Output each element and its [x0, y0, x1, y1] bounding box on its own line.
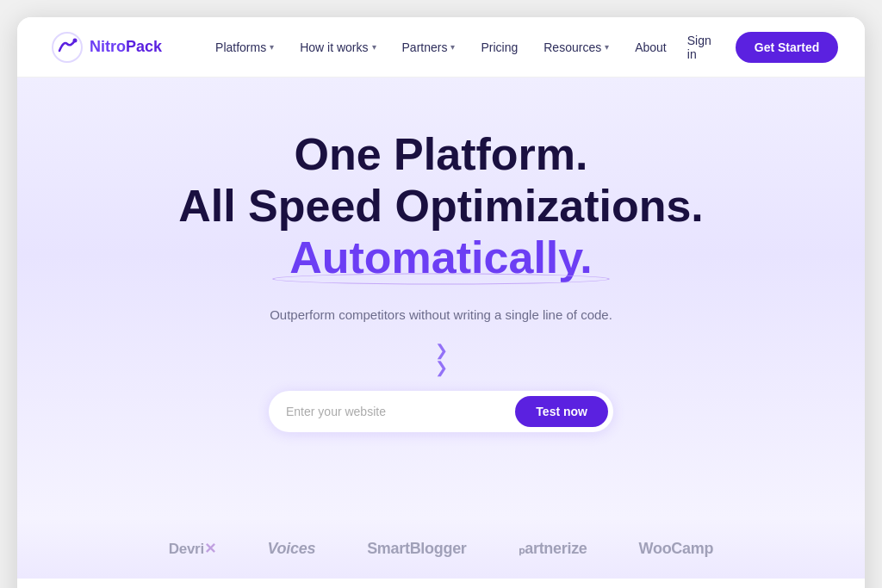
nav-item-platforms[interactable]: Platforms ▾	[205, 34, 284, 61]
sign-in-button[interactable]: Sign in	[677, 27, 722, 68]
nav-item-about[interactable]: About	[624, 34, 677, 61]
test-now-button[interactable]: Test now	[515, 396, 608, 427]
logo-icon	[52, 32, 83, 63]
logos-bar: Devri✕ Voices SmartBlogger ₚartnerize Wo…	[17, 518, 865, 579]
nav-item-how-it-works[interactable]: How it works ▾	[289, 34, 386, 61]
hero-section: One Platform. All Speed Optimizations. A…	[17, 77, 865, 518]
logo-devrix: Devri✕	[169, 540, 216, 558]
svg-point-1	[73, 38, 78, 42]
svg-point-0	[53, 33, 82, 62]
navbar: NitroPack Platforms ▾ How it works ▾ Par…	[17, 17, 865, 77]
get-started-button[interactable]: Get Started	[736, 32, 838, 63]
hero-title: One Platform. All Speed Optimizations. A…	[52, 129, 830, 283]
chevron-down-icon: ▾	[372, 42, 376, 52]
website-search-bar: Test now	[269, 391, 613, 432]
logo-voices: Voices	[268, 540, 316, 558]
nav-actions: Sign in Get Started	[677, 27, 839, 68]
chevron-down-icon: ▾	[270, 42, 274, 52]
logo[interactable]: NitroPack	[52, 32, 162, 63]
chevron-down-icon: ▾	[605, 42, 609, 52]
chevron-down-icon: ▾	[450, 42, 455, 52]
logo-text: NitroPack	[90, 38, 162, 56]
logo-woocamp: WooCamp	[639, 540, 714, 558]
nav-item-partners[interactable]: Partners ▾	[392, 34, 466, 61]
nav-item-pricing[interactable]: Pricing	[470, 34, 528, 61]
scroll-chevrons: ❯ ❯	[52, 343, 830, 375]
hero-title-auto: Automatically.	[289, 232, 593, 284]
integrations-section: Integrations Available on the biggest	[17, 579, 865, 588]
nav-item-resources[interactable]: Resources ▾	[533, 34, 619, 61]
logo-smartblogger: SmartBlogger	[367, 540, 466, 558]
hero-subtitle: Outperform competitors without writing a…	[52, 307, 830, 322]
logo-partnerize: ₚartnerize	[519, 539, 587, 558]
browser-window: NitroPack Platforms ▾ How it works ▾ Par…	[17, 17, 865, 588]
nav-links: Platforms ▾ How it works ▾ Partners ▾ Pr…	[205, 34, 677, 61]
website-input[interactable]	[286, 405, 515, 418]
